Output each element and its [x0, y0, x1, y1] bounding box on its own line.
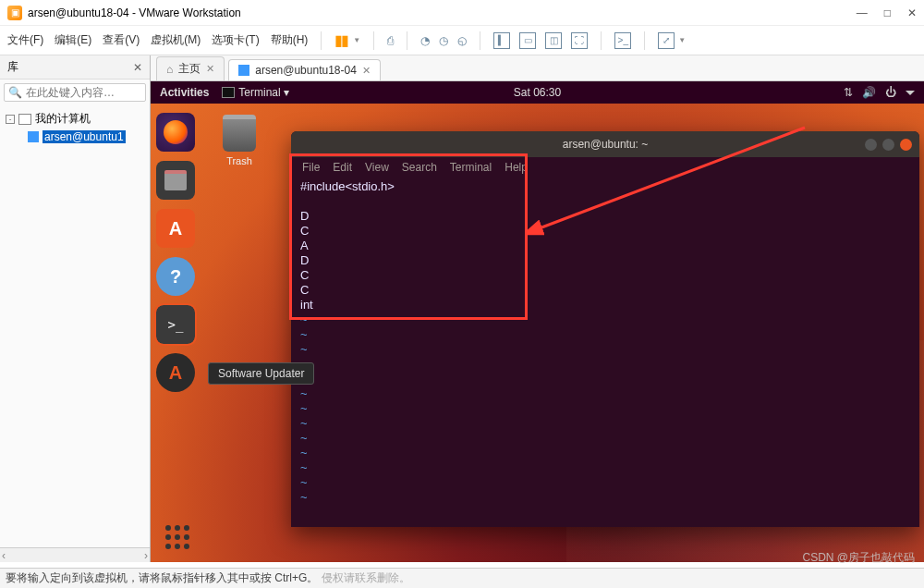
show-applications-button[interactable] [165, 525, 191, 551]
dock-tooltip: Software Updater [208, 362, 314, 385]
term-line-5: D [300, 253, 309, 267]
close-button[interactable]: ✕ [907, 6, 917, 19]
dock-firefox[interactable] [156, 113, 195, 152]
menu-help[interactable]: 帮助(H) [271, 32, 309, 48]
tree-vm-label: arsen@ubuntu1 [43, 130, 126, 143]
snapshot-icon[interactable]: ◔ [420, 34, 430, 47]
sound-icon[interactable]: 🔊 [862, 86, 876, 99]
trash-label: Trash [223, 155, 256, 166]
tree-root-label: 我的计算机 [35, 111, 91, 127]
console-icon[interactable]: >_ [614, 32, 631, 49]
view2-icon[interactable]: ▭ [519, 32, 536, 49]
tab-vm-label: arsen@ubuntu18-04 [255, 64, 357, 77]
term-line-8: int [300, 298, 313, 312]
app-logo-icon: ▣ [7, 6, 22, 20]
scroll-left-icon[interactable]: ‹ [2, 549, 6, 562]
tab-home[interactable]: ⌂ 主页 ✕ [156, 56, 225, 80]
terminal-close-icon[interactable] [900, 139, 912, 151]
menubar: 文件(F) 编辑(E) 查看(V) 虚拟机(M) 选项卡(T) 帮助(H) ▮▮… [0, 26, 924, 55]
status-text2: 侵权请联系删除。 [322, 570, 410, 586]
maximize-button[interactable]: □ [884, 6, 891, 19]
view1-icon[interactable]: ▍ [493, 32, 510, 49]
topbar-app-menu[interactable]: Terminal ▾ [222, 86, 289, 99]
view4-icon[interactable]: ⛶ [571, 32, 588, 49]
manage-icon[interactable]: ◵ [457, 34, 467, 47]
system-menu-caret-icon[interactable] [906, 91, 915, 95]
scroll-right-icon[interactable]: › [144, 549, 148, 562]
terminal-max-icon[interactable] [882, 139, 894, 151]
revert-icon[interactable]: ◷ [439, 34, 448, 47]
trash-desktop-icon[interactable]: Trash [223, 115, 256, 166]
collapse-icon[interactable]: - [6, 115, 15, 124]
term-menu-terminal[interactable]: Terminal [450, 161, 492, 174]
view3-icon[interactable]: ◫ [545, 32, 562, 49]
terminal-menubar: File Edit View Search Terminal Help [291, 157, 919, 178]
term-menu-edit[interactable]: Edit [333, 161, 352, 174]
vm-icon [28, 131, 39, 142]
watermark: CSDN @房子也敲代码 [802, 550, 915, 566]
statusbar: 要将输入定向到该虚拟机，请将鼠标指针移入其中或按 Ctrl+G。 侵权请联系删除… [0, 568, 924, 588]
pause-icon[interactable]: ▮▮ [334, 31, 347, 49]
term-menu-view[interactable]: View [365, 161, 389, 174]
trash-icon [223, 115, 256, 152]
term-line-4: A [300, 239, 309, 252]
terminal-body[interactable]: #include<stdio.h> D C A D C C int ~ ~ ~ … [291, 178, 919, 507]
term-menu-help[interactable]: Help [505, 161, 528, 174]
clock[interactable]: Sat 06:30 [514, 86, 561, 99]
term-line-6: C [300, 268, 309, 282]
search-icon: 🔍 [8, 86, 22, 99]
menu-edit[interactable]: 编辑(E) [55, 32, 91, 48]
vm-tab-icon [238, 65, 249, 76]
terminal-topbar-icon [222, 87, 235, 98]
sidebar-scrollbar[interactable]: ‹ › [0, 547, 150, 562]
term-line-2: D [300, 209, 309, 223]
terminal-title: arsen@ubuntu: ~ [563, 138, 649, 151]
home-icon: ⌂ [166, 63, 173, 76]
status-text: 要将输入定向到该虚拟机，请将鼠标指针移入其中或按 Ctrl+G。 [6, 570, 318, 586]
dock-software[interactable] [156, 209, 195, 248]
guest-display[interactable]: Activities Terminal ▾ Sat 06:30 ⇅ 🔊 ⏻ Tr… [151, 81, 924, 562]
tab-vm[interactable]: arsen@ubuntu18-04 ✕ [228, 59, 381, 80]
terminal-window[interactable]: arsen@ubuntu: ~ File Edit View Search Te… [291, 131, 919, 527]
terminal-min-icon[interactable] [865, 139, 877, 151]
menu-file[interactable]: 文件(F) [7, 32, 43, 48]
dock-files[interactable] [156, 161, 195, 200]
power-icon[interactable]: ⏻ [885, 86, 896, 99]
term-menu-search[interactable]: Search [402, 161, 437, 174]
library-tree[interactable]: - 我的计算机 arsen@ubuntu1 [0, 105, 150, 547]
tab-home-close[interactable]: ✕ [206, 63, 214, 75]
term-line-3: C [300, 224, 309, 238]
sidebar-title: 库 [7, 59, 18, 75]
tabstrip: ⌂ 主页 ✕ arsen@ubuntu18-04 ✕ [151, 55, 924, 81]
window-title: arsen@ubuntu18-04 - VMware Workstation [28, 6, 857, 19]
dock-help[interactable] [156, 257, 195, 296]
term-line-7: C [300, 283, 309, 297]
tab-home-label: 主页 [178, 61, 201, 77]
terminal-titlebar[interactable]: arsen@ubuntu: ~ [291, 131, 919, 157]
library-sidebar: 库 ✕ 🔍 ▼ - 我的计算机 arsen@ubuntu1 ‹ › [0, 55, 151, 562]
dock-terminal[interactable] [156, 305, 195, 344]
send-icon[interactable]: ⎙ [387, 34, 394, 47]
tree-vm-item[interactable]: arsen@ubuntu1 [2, 129, 148, 145]
activities-button[interactable]: Activities [160, 86, 209, 99]
fullscreen-icon[interactable]: ⤢ [658, 32, 675, 49]
computer-icon [18, 114, 31, 125]
menu-vm[interactable]: 虚拟机(M) [151, 32, 201, 48]
network-icon[interactable]: ⇅ [844, 86, 853, 99]
menu-tab[interactable]: 选项卡(T) [212, 32, 259, 48]
topbar-app-label: Terminal ▾ [238, 86, 289, 99]
sidebar-search[interactable]: 🔍 ▼ [4, 83, 146, 102]
ubuntu-topbar: Activities Terminal ▾ Sat 06:30 ⇅ 🔊 ⏻ [151, 81, 924, 104]
titlebar: ▣ arsen@ubuntu18-04 - VMware Workstation… [0, 0, 924, 26]
term-line-0: #include<stdio.h> [300, 179, 395, 193]
tab-vm-close[interactable]: ✕ [362, 65, 371, 77]
minimize-button[interactable]: — [857, 6, 868, 19]
search-input[interactable] [26, 86, 164, 99]
dock-software-updater[interactable] [156, 353, 195, 392]
tree-root[interactable]: - 我的计算机 [2, 109, 148, 129]
term-menu-file[interactable]: File [302, 161, 320, 174]
sidebar-close-button[interactable]: ✕ [133, 61, 142, 74]
menu-view[interactable]: 查看(V) [103, 32, 140, 48]
ubuntu-dock: Software Updater [156, 113, 201, 392]
